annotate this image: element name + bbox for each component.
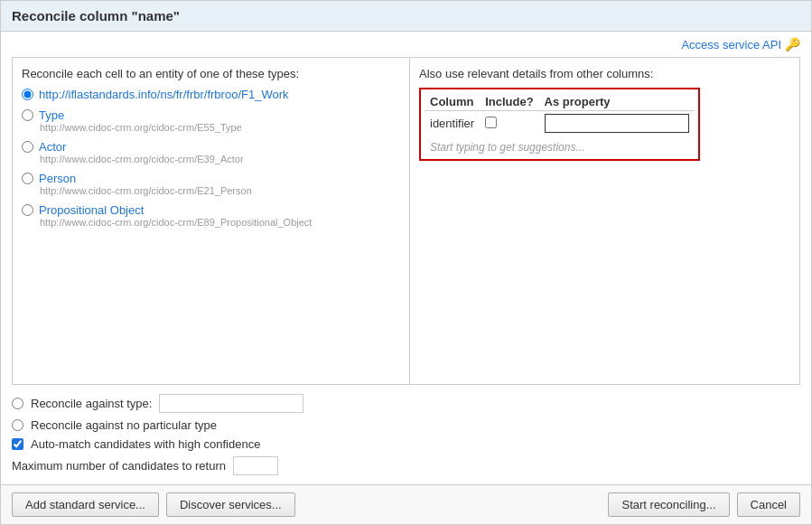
entity-radio-2[interactable] [22, 141, 33, 153]
discover-services-button[interactable]: Discover services... [166, 492, 295, 517]
entity-radio-3[interactable] [22, 173, 33, 184]
entity-list: http://iflastandards.info/ns/fr/frbr/frb… [22, 88, 400, 228]
include-checkbox[interactable] [485, 117, 497, 128]
property-header: As property [539, 93, 695, 111]
list-item: Actor http://www.cidoc-crm.org/cidoc-crm… [22, 140, 400, 164]
entity-url-3: http://www.cidoc-crm.org/cidoc-crm/E21_P… [40, 185, 400, 196]
list-item: Person http://www.cidoc-crm.org/cidoc-cr… [22, 172, 400, 196]
left-panel: Reconcile each cell to an entity of one … [13, 58, 410, 384]
key-icon: 🔑 [785, 37, 800, 52]
table-row: identifier [425, 111, 695, 136]
cancel-button[interactable]: Cancel [737, 492, 800, 517]
list-item: Propositional Object http://www.cidoc-cr… [22, 203, 400, 228]
reconcile-type-radio[interactable] [12, 398, 23, 409]
reconcile-no-type-row: Reconcile against no particular type [12, 418, 800, 432]
col-header: Column [425, 93, 480, 111]
access-service-link[interactable]: Access service API [681, 38, 781, 52]
include-cell [480, 111, 538, 136]
reconcile-no-type-radio[interactable] [12, 419, 23, 431]
list-item: Type http://www.cidoc-crm.org/cidoc-crm/… [22, 108, 400, 133]
entity-name-1: Type [39, 108, 64, 122]
left-panel-header: Reconcile each cell to an entity of one … [22, 67, 400, 80]
reconcile-dialog: Reconcile column "name" Access service A… [0, 0, 812, 525]
max-candidates-row: Maximum number of candidates to return [12, 456, 800, 475]
list-item: http://iflastandards.info/ns/fr/frbr/frb… [22, 88, 400, 101]
entity-url-1: http://www.cidoc-crm.org/cidoc-crm/E55_T… [40, 122, 400, 133]
property-cell [539, 111, 695, 136]
entity-label-0[interactable]: http://iflastandards.info/ns/fr/frbr/frb… [22, 88, 400, 101]
max-candidates-label: Maximum number of candidates to return [12, 459, 226, 473]
add-standard-service-button[interactable]: Add standard service... [12, 492, 159, 517]
main-content: Reconcile each cell to an entity of one … [1, 57, 811, 484]
include-header: Include? [480, 93, 538, 111]
entity-label-4[interactable]: Propositional Object [22, 203, 400, 217]
reconcile-no-type-label: Reconcile against no particular type [31, 418, 217, 432]
footer-bar: Add standard service... Discover service… [1, 484, 811, 524]
entity-name-0: http://iflastandards.info/ns/fr/frbr/frb… [39, 88, 289, 101]
right-panel-header: Also use relevant details from other col… [419, 67, 790, 80]
entity-name-2: Actor [39, 140, 66, 154]
property-input[interactable] [545, 114, 689, 133]
footer-right: Start reconciling... Cancel [608, 492, 800, 517]
bottom-section: Reconcile against type: Reconcile agains… [12, 385, 800, 484]
reconcile-type-label: Reconcile against type: [31, 397, 152, 410]
max-candidates-input[interactable] [233, 456, 278, 475]
column-cell: identifier [425, 111, 480, 136]
auto-match-label: Auto-match candidates with high confiden… [31, 437, 260, 451]
footer-left: Add standard service... Discover service… [12, 492, 295, 517]
entity-name-3: Person [39, 172, 76, 185]
columns-section: Reconcile each cell to an entity of one … [12, 57, 800, 385]
entity-radio-1[interactable] [22, 109, 33, 121]
entity-url-4: http://www.cidoc-crm.org/cidoc-crm/E89_P… [40, 217, 400, 228]
reconcile-type-input[interactable] [159, 394, 303, 413]
entity-radio-0[interactable] [22, 89, 33, 100]
auto-match-checkbox[interactable] [12, 438, 23, 450]
auto-match-row: Auto-match candidates with high confiden… [12, 437, 800, 451]
property-table: Column Include? As property identifier [425, 93, 695, 136]
property-table-container: Column Include? As property identifier [419, 88, 700, 161]
entity-radio-4[interactable] [22, 204, 33, 216]
entity-label-1[interactable]: Type [22, 108, 400, 122]
dialog-title: Reconcile column "name" [1, 1, 811, 32]
reconcile-type-row: Reconcile against type: [12, 394, 800, 413]
access-service-bar: Access service API 🔑 [1, 32, 811, 57]
entity-name-4: Propositional Object [39, 203, 144, 217]
start-reconciling-button[interactable]: Start reconciling... [608, 492, 729, 517]
entity-url-2: http://www.cidoc-crm.org/cidoc-crm/E39_A… [40, 154, 400, 164]
entity-label-2[interactable]: Actor [22, 140, 400, 154]
entity-label-3[interactable]: Person [22, 172, 400, 185]
right-panel: Also use relevant details from other col… [410, 58, 799, 384]
suggestion-text: Start typing to get suggestions... [425, 139, 695, 155]
